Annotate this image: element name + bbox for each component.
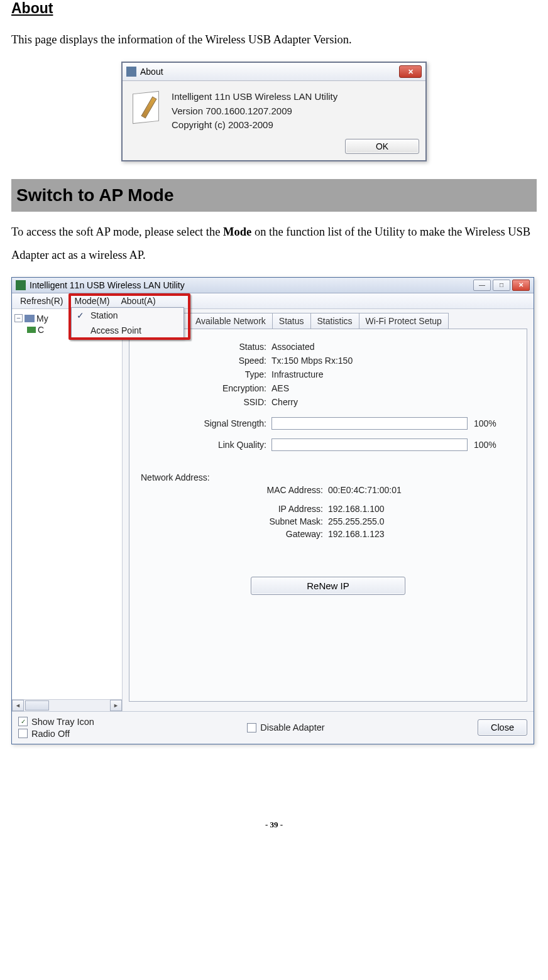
disable-adapter-option[interactable]: Disable Adapter — [247, 722, 324, 732]
value-ip: 192.168.1.100 — [328, 504, 385, 514]
status-content: Status:Associated Speed:Tx:150 Mbps Rx:1… — [129, 329, 527, 702]
collapse-icon[interactable]: – — [14, 314, 23, 322]
label-network-address: Network Address: — [141, 472, 515, 482]
value-subnet: 255.255.255.0 — [328, 516, 385, 526]
scroll-right-icon[interactable]: ► — [110, 700, 122, 711]
menu-refresh[interactable]: Refresh(R) — [14, 295, 68, 307]
label-encryption: Encryption: — [141, 383, 271, 393]
value-mac: 00:E0:4C:71:00:01 — [328, 485, 402, 495]
checkbox-checked-icon[interactable]: ✓ — [18, 717, 28, 726]
show-tray-label: Show Tray Icon — [31, 717, 94, 727]
close-icon[interactable]: ✕ — [399, 65, 422, 78]
label-ssid: SSID: — [141, 397, 271, 407]
value-speed: Tx:150 Mbps Rx:150 — [271, 356, 353, 366]
about-titlebar: About ✕ — [123, 63, 425, 81]
disable-adapter-label: Disable Adapter — [260, 722, 324, 732]
maximize-icon[interactable]: □ — [493, 280, 510, 291]
show-tray-option[interactable]: ✓ Show Tray Icon — [18, 717, 94, 727]
about-title-text: About — [140, 67, 163, 77]
tabs-row: Available Network Status Statistics Wi-F… — [129, 313, 527, 329]
about-line2: Version 700.1600.1207.2009 — [172, 104, 337, 119]
signal-pct: 100% — [474, 418, 503, 428]
adapter-icon — [27, 327, 36, 333]
value-ssid: Cherry — [271, 397, 298, 407]
intro-ap-bold: Mode — [223, 226, 251, 238]
util-title-text: Intelligent 11n USB Wireless LAN Utility — [30, 280, 185, 290]
section-band: Switch to AP Mode — [11, 179, 537, 212]
tree-root-label: My — [36, 313, 48, 324]
about-line1: Intelligent 11n USB Wireless LAN Utility — [172, 90, 337, 104]
label-mac: MAC Address: — [141, 485, 328, 495]
quality-pct: 100% — [474, 440, 503, 450]
main-panel: Available Network Status Statistics Wi-F… — [123, 309, 534, 711]
scroll-left-icon[interactable]: ◄ — [12, 700, 24, 711]
menu-about[interactable]: About(A) — [115, 295, 161, 307]
label-gateway: Gateway: — [141, 529, 328, 539]
about-dialog: About ✕ Intelligent 11n USB Wireless LAN… — [121, 62, 427, 161]
mode-access-point[interactable]: Access Point — [72, 323, 184, 338]
label-type: Type: — [141, 369, 271, 379]
label-speed: Speed: — [141, 356, 271, 366]
mode-ap-label: Access Point — [90, 325, 141, 335]
ok-button[interactable]: OK — [345, 139, 419, 154]
about-text: Intelligent 11n USB Wireless LAN Utility… — [172, 90, 337, 133]
close-button[interactable]: Close — [478, 719, 527, 736]
value-type: Infrastructure — [271, 369, 323, 379]
computer-icon — [25, 315, 35, 322]
mode-station[interactable]: ✓ Station — [72, 308, 184, 323]
utility-titlebar: Intelligent 11n USB Wireless LAN Utility… — [12, 278, 534, 293]
app-icon — [126, 67, 136, 77]
minimize-icon[interactable]: — — [473, 280, 491, 291]
radio-off-option[interactable]: Radio Off — [18, 729, 94, 739]
value-gateway: 192.168.1.123 — [328, 529, 385, 539]
checkbox-icon[interactable] — [18, 729, 28, 738]
quality-bar — [271, 438, 468, 451]
checkbox-icon[interactable] — [247, 723, 256, 732]
intro-ap: To access the soft AP mode, please selec… — [11, 220, 537, 267]
about-line3: Copyright (c) 2003-2009 — [172, 118, 337, 133]
util-app-icon — [16, 280, 26, 290]
bottom-options: ✓ Show Tray Icon Radio Off Disable Adapt… — [12, 711, 534, 744]
menu-mode[interactable]: Mode(M) — [68, 295, 115, 307]
scroll-thumb[interactable] — [25, 700, 49, 710]
label-subnet: Subnet Mask: — [141, 516, 328, 526]
mode-station-label: Station — [90, 310, 118, 320]
band-heading: Switch to AP Mode — [16, 185, 532, 205]
label-status: Status: — [141, 342, 271, 352]
label-quality: Link Quality: — [141, 440, 271, 450]
heading-about: About — [11, 0, 537, 17]
about-app-icon — [130, 90, 163, 122]
tab-statistics[interactable]: Statistics — [310, 313, 359, 329]
tree-child-label: C — [38, 325, 44, 335]
tab-wps[interactable]: Wi-Fi Protect Setup — [359, 313, 449, 329]
value-status: Associated — [271, 342, 314, 352]
intro-ap-pre: To access the soft AP mode, please selec… — [11, 226, 223, 238]
mode-dropdown: ✓ Station Access Point — [71, 307, 184, 339]
radio-off-label: Radio Off — [31, 729, 70, 739]
close-icon[interactable]: ✕ — [512, 280, 530, 291]
label-signal: Signal Strength: — [141, 418, 271, 428]
page-number: - 39 - — [11, 820, 537, 830]
tab-status[interactable]: Status — [272, 313, 311, 329]
label-ip: IP Address: — [141, 504, 328, 514]
intro-about: This page displays the information of th… — [11, 28, 537, 52]
tab-available-network[interactable]: Available Network — [189, 313, 273, 329]
utility-window: Intelligent 11n USB Wireless LAN Utility… — [11, 277, 534, 744]
value-encryption: AES — [271, 383, 289, 393]
renew-ip-button[interactable]: ReNew IP — [251, 577, 405, 595]
check-icon: ✓ — [77, 310, 84, 320]
side-tree-panel: – My C ◄ ► — [12, 309, 123, 711]
tree-scrollbar[interactable]: ◄ ► — [12, 699, 122, 711]
signal-bar — [271, 417, 468, 430]
